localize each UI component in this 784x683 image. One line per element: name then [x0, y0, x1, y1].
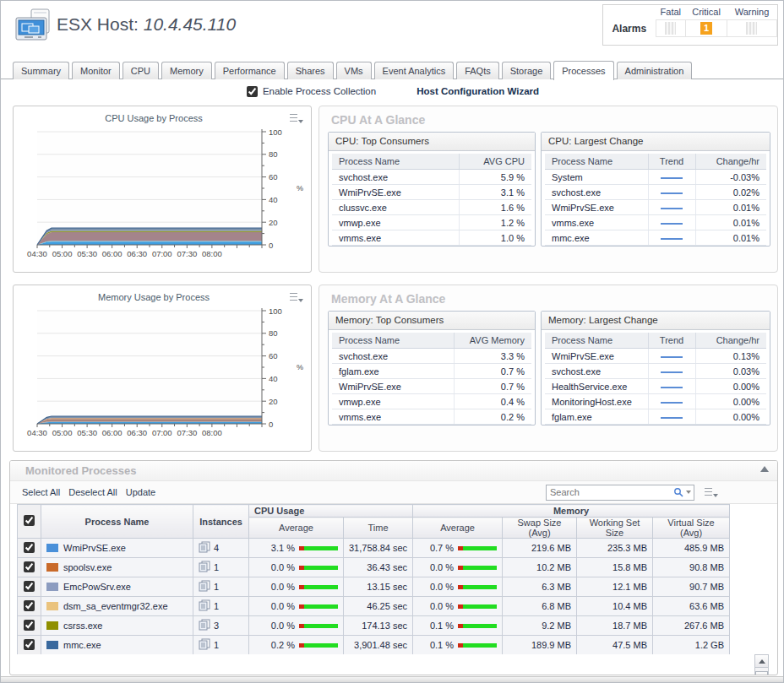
svg-text:0: 0: [269, 241, 273, 250]
instances-icon-button[interactable]: [199, 638, 210, 652]
deselect-all-link[interactable]: Deselect All: [68, 487, 117, 497]
enable-process-collection[interactable]: Enable Process Collection: [247, 86, 376, 97]
chart-menu-icon[interactable]: [290, 292, 303, 302]
table-row[interactable]: svchost.exe0.03%: [545, 364, 766, 379]
group-cpu-usage: CPU Usage: [249, 505, 413, 518]
instances-icon-button[interactable]: [199, 541, 210, 555]
cpu-time-cell: 46.25 sec: [344, 597, 413, 616]
table-row[interactable]: svchost.exe0.02%: [545, 185, 766, 200]
instances-icon-button[interactable]: [199, 599, 210, 613]
process-row[interactable]: mmc.exe10.2 %3,901.48 sec0.1 %189.9 MB47…: [18, 636, 730, 655]
svg-text:08:00: 08:00: [202, 249, 222, 258]
working-set-cell: 235.3 MB: [577, 539, 653, 558]
tab-event-analytics[interactable]: Event Analytics: [374, 62, 455, 79]
table-row[interactable]: svchost.exe5.9 %: [332, 170, 531, 185]
tab-administration[interactable]: Administration: [617, 62, 693, 79]
scrollbar-thumb[interactable]: [755, 671, 768, 675]
working-set-cell: 10.4 MB: [577, 597, 653, 616]
host-configuration-wizard-link[interactable]: Host Configuration Wizard: [416, 86, 539, 96]
vertical-scrollbar[interactable]: [754, 654, 769, 675]
alarms-warning-cell[interactable]: [727, 20, 776, 37]
chart-menu-icon[interactable]: [290, 113, 303, 123]
tab-cpu[interactable]: CPU: [122, 62, 159, 79]
tab-storage[interactable]: Storage: [502, 62, 552, 79]
enable-process-collection-checkbox[interactable]: [247, 86, 258, 97]
change-per-hour: 0.00%: [695, 409, 766, 425]
table-row[interactable]: WmiPrvSE.exe3.1 %: [332, 185, 531, 200]
table-menu-icon[interactable]: [705, 487, 718, 497]
table-row[interactable]: vmwp.exe1.2 %: [332, 215, 531, 230]
trend-sparkline: [661, 208, 683, 209]
row-checkbox[interactable]: [24, 542, 35, 553]
table-row[interactable]: HealthService.exe0.00%: [545, 379, 766, 394]
process-value: 0.4 %: [454, 394, 531, 409]
process-value: 3.3 %: [454, 349, 531, 364]
svg-text:%: %: [297, 363, 303, 371]
chevron-down-icon: [686, 491, 691, 494]
tab-summary[interactable]: Summary: [13, 62, 69, 79]
table-row[interactable]: fglam.exe0.7 %: [332, 364, 531, 379]
instances-icon: [199, 541, 210, 553]
table-row[interactable]: clussvc.exe1.6 %: [332, 200, 531, 215]
svg-text:100: 100: [269, 127, 282, 137]
process-row[interactable]: WmiPrvSE.exe43.1 %31,758.84 sec0.7 %219.…: [18, 539, 730, 558]
instances-icon-button[interactable]: [199, 561, 210, 574]
virtual-size-cell: 90.7 MB: [653, 577, 730, 597]
memory-usage-by-process-chart[interactable]: 020406080100%04:3005:0005:3006:0006:3007…: [22, 306, 304, 446]
instances-icon-button[interactable]: [199, 580, 210, 594]
row-checkbox[interactable]: [24, 581, 35, 592]
tab-monitor[interactable]: Monitor: [72, 62, 120, 79]
search-box[interactable]: [546, 485, 694, 501]
instances-icon-button[interactable]: [199, 619, 210, 632]
row-checkbox[interactable]: [24, 620, 35, 631]
table-row[interactable]: fglam.exe0.00%: [545, 409, 766, 425]
row-checkbox[interactable]: [24, 639, 35, 650]
row-checkbox[interactable]: [24, 561, 35, 572]
table-row[interactable]: System-0.03%: [545, 170, 766, 185]
host-icon: [13, 7, 53, 44]
row-checkbox[interactable]: [24, 600, 35, 611]
tab-performance[interactable]: Performance: [215, 62, 285, 79]
critical-count-badge[interactable]: 1: [700, 22, 712, 35]
update-link[interactable]: Update: [126, 487, 155, 497]
tab-vms[interactable]: VMs: [336, 62, 372, 79]
tab-processes[interactable]: Processes: [553, 61, 613, 80]
table-row[interactable]: mmc.exe0.01%: [545, 230, 766, 246]
table-row[interactable]: MonitoringHost.exe0.00%: [545, 394, 766, 409]
table-row[interactable]: vmms.exe0.2 %: [332, 409, 531, 425]
svg-text:20: 20: [269, 397, 278, 406]
search-dropdown[interactable]: [673, 487, 694, 498]
memory-usage-chart-panel: Memory Usage by Process 020406080100%04:…: [13, 285, 312, 452]
cpu-usage-chart-panel: CPU Usage by Process 020406080100%04:300…: [13, 106, 312, 273]
table-row[interactable]: svchost.exe3.3 %: [332, 349, 531, 364]
alarms-fatal-cell[interactable]: [656, 20, 686, 37]
col-cpu-average: Average: [249, 518, 344, 539]
tab-faqts[interactable]: FAQts: [456, 62, 499, 79]
virtual-size-cell: 90.8 MB: [653, 558, 730, 577]
select-all-link[interactable]: Select All: [22, 487, 60, 497]
table-row[interactable]: vmms.exe0.01%: [545, 215, 766, 230]
page-bottom-strip: [1, 676, 783, 682]
select-all-checkbox[interactable]: [24, 515, 35, 526]
scroll-up-button[interactable]: [755, 655, 768, 668]
series-color-swatch: [46, 583, 58, 591]
table-row[interactable]: vmwp.exe0.4 %: [332, 394, 531, 409]
table-row[interactable]: WmiPrvSE.exe0.7 %: [332, 379, 531, 394]
process-row[interactable]: dsm_sa_eventmgr32.exe10.0 %46.25 sec0.0 …: [18, 597, 730, 616]
group-memory: Memory: [413, 505, 730, 518]
cpu-usage-by-process-chart[interactable]: 020406080100%04:3005:0005:3006:0006:3007…: [22, 127, 304, 267]
table-row[interactable]: WmiPrvSE.exe0.13%: [545, 349, 766, 364]
tab-shares[interactable]: Shares: [287, 62, 334, 79]
process-row[interactable]: csrss.exe30.0 %174.13 sec0.1 %9.2 MB18.7…: [18, 616, 730, 636]
svg-text:06:00: 06:00: [102, 249, 122, 258]
process-row[interactable]: spoolsv.exe10.0 %36.43 sec0.0 %10.2 MB15…: [18, 558, 730, 577]
alarms-critical-cell[interactable]: 1: [686, 20, 727, 37]
col-memory-average: Average: [413, 518, 503, 539]
monitored-processes-panel: Monitored Processes Select All Deselect …: [9, 460, 778, 675]
tab-memory[interactable]: Memory: [161, 62, 212, 79]
collapse-panel-icon[interactable]: [760, 466, 769, 472]
search-input[interactable]: [547, 487, 673, 497]
process-row[interactable]: EmcPowSrv.exe10.0 %13.15 sec0.0 %6.3 MB1…: [18, 577, 730, 597]
table-row[interactable]: WmiPrvSE.exe0.01%: [545, 200, 766, 215]
table-row[interactable]: vmms.exe1.0 %: [332, 230, 531, 246]
